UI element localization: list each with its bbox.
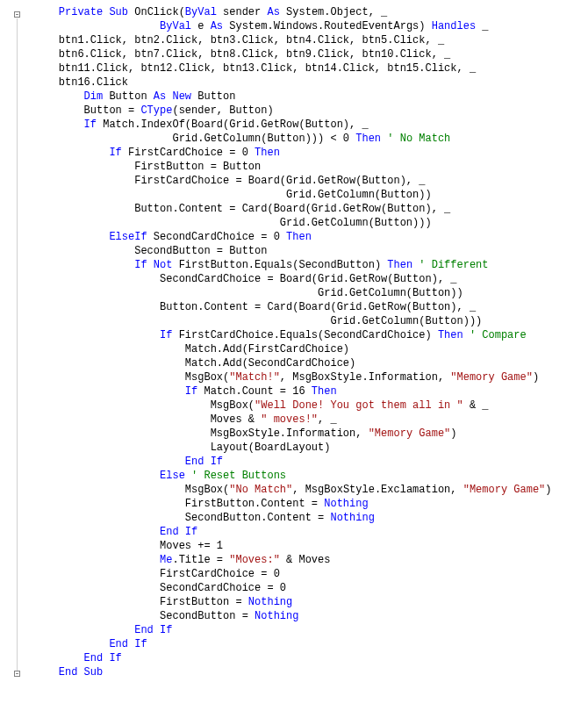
- code-line: Grid.GetColumn(Button))): [33, 314, 579, 328]
- code-block: Private Sub OnClick(ByVal sender As Syst…: [9, 5, 579, 679]
- code-line: Else ' Reset Buttons: [33, 469, 579, 483]
- code-line: If Match.Count = 16 Then: [33, 384, 579, 398]
- code-line: Button = CType(sender, Button): [33, 104, 579, 118]
- code-line: If Match.IndexOf(Board(Grid.GetRow(Butto…: [33, 118, 579, 132]
- code-line: SecondButton = Nothing: [33, 609, 579, 623]
- code-line: btn6.Click, btn7.Click, btn8.Click, btn9…: [33, 47, 579, 61]
- code-line: Moves & " moves!", _: [33, 413, 579, 427]
- code-line: MsgBoxStyle.Information, "Memory Game"): [33, 427, 579, 441]
- code-line: SecondButton = Button: [33, 244, 579, 258]
- code-line: Dim Button As New Button: [33, 90, 579, 104]
- code-line: Grid.GetColumn(Button))) < 0 Then ' No M…: [33, 132, 579, 146]
- code-line: Grid.GetColumn(Button)): [33, 188, 579, 202]
- code-line: FirstButton.Content = Nothing: [33, 497, 579, 511]
- code-line: Grid.GetColumn(Button))): [33, 216, 579, 230]
- code-line: Button.Content = Card(Board(Grid.GetRow(…: [33, 202, 579, 216]
- fold-line: [17, 18, 18, 671]
- code-line: Button.Content = Card(Board(Grid.GetRow(…: [33, 300, 579, 314]
- code-line: SecondButton.Content = Nothing: [33, 511, 579, 525]
- code-line: If Not FirstButton.Equals(SecondButton) …: [33, 258, 579, 272]
- code-line: End If: [33, 651, 579, 665]
- code-line: btn1.Click, btn2.Click, btn3.Click, btn4…: [33, 33, 579, 47]
- code-line: End Sub: [33, 665, 579, 679]
- code-line: Moves += 1: [33, 539, 579, 553]
- code-line: FirstCardChoice = Board(Grid.GetRow(Butt…: [33, 174, 579, 188]
- code-line: SecondCardChoice = 0: [33, 581, 579, 595]
- code-line: End If: [33, 525, 579, 539]
- code-line: If FirstCardChoice.Equals(SecondCardChoi…: [33, 328, 579, 342]
- code-line: If FirstCardChoice = 0 Then: [33, 146, 579, 160]
- code-line: Me.Title = "Moves:" & Moves: [33, 553, 579, 567]
- code-line: MsgBox("No Match", MsgBoxStyle.Exclamati…: [33, 483, 579, 497]
- code-line: Match.Add(SecondCardChoice): [33, 356, 579, 370]
- fold-icon[interactable]: [14, 11, 20, 18]
- code-line: End If: [33, 637, 579, 651]
- code-line: End If: [33, 623, 579, 637]
- code-line: MsgBox("Match!", MsgBoxStyle.Information…: [33, 370, 579, 384]
- code-line: FirstCardChoice = 0: [33, 567, 579, 581]
- code-line: btn16.Click: [33, 75, 579, 90]
- code-line: SecondCardChoice = Board(Grid.GetRow(But…: [33, 272, 579, 286]
- code-line: btn11.Click, btn12.Click, btn13.Click, b…: [33, 61, 579, 75]
- code-line: Layout(BoardLayout): [33, 441, 579, 455]
- code-line: ByVal e As System.Windows.RoutedEventArg…: [33, 19, 579, 33]
- code-line: ElseIf SecondCardChoice = 0 Then: [33, 230, 579, 244]
- code-line: Grid.GetColumn(Button)): [33, 286, 579, 300]
- code-line: Match.Add(FirstCardChoice): [33, 342, 579, 356]
- code-line: MsgBox("Well Done! You got them all in "…: [33, 398, 579, 413]
- code-line: FirstButton = Button: [33, 160, 579, 174]
- code-line: Private Sub OnClick(ByVal sender As Syst…: [33, 5, 579, 19]
- code-line: End If: [33, 455, 579, 469]
- code-line: FirstButton = Nothing: [33, 595, 579, 609]
- fold-icon[interactable]: [14, 671, 20, 677]
